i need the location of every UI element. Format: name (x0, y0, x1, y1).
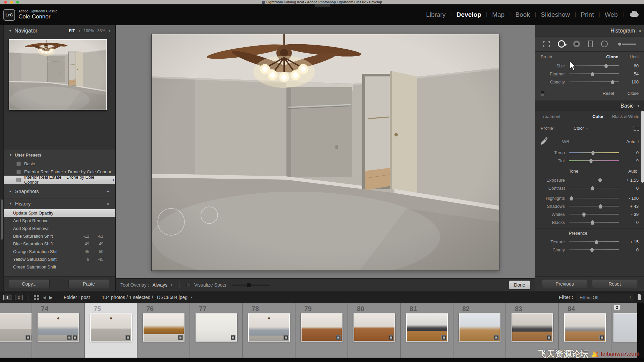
texture-slider[interactable] (569, 239, 619, 244)
zoom-100-option[interactable]: 100% (84, 28, 94, 33)
history-header[interactable]: History × (4, 198, 115, 208)
edit-badge-icon[interactable] (336, 335, 341, 340)
history-item[interactable]: Green Saturation Shift (4, 263, 115, 269)
tool-overlay-stepper-icon[interactable] (171, 284, 173, 286)
filmstrip-cell[interactable]: 76 (138, 303, 190, 358)
preset-item-basic[interactable]: Basic (4, 160, 115, 168)
photo-thumbnail[interactable] (564, 313, 606, 342)
photo-thumbnail[interactable] (301, 313, 342, 342)
tab-slideshow[interactable]: Slideshow (541, 11, 570, 18)
edit-badge-icon[interactable] (125, 335, 130, 340)
edit-badge-icon[interactable] (389, 335, 393, 340)
expand-triangle-icon[interactable] (9, 189, 12, 193)
history-item[interactable]: Blue Saturation Shift-49-49 (4, 240, 115, 248)
opacity-slider[interactable] (569, 79, 619, 84)
collapse-triangle-icon[interactable] (9, 153, 12, 157)
exposure-slider[interactable] (569, 178, 619, 182)
tool-reset-button[interactable]: Reset (603, 91, 614, 96)
basic-panel-header[interactable]: Basic (535, 101, 644, 111)
history-item[interactable]: Blue Saturation Shift-12-61 (4, 232, 115, 240)
blacks-value[interactable]: 0 (621, 220, 639, 225)
previous-photo-arrow-icon[interactable]: ◀ (43, 295, 46, 300)
navigator-header[interactable]: Navigator FIT 100% 33% (0, 25, 115, 37)
user-presets-header[interactable]: User Presets (4, 150, 115, 160)
photo-thumbnail[interactable] (196, 313, 237, 342)
zoom-33-option[interactable]: 33% (97, 28, 105, 33)
edit-badge-icon[interactable] (599, 335, 604, 340)
previous-button[interactable]: Previous (542, 279, 587, 288)
photo-thumbnail[interactable] (512, 313, 553, 342)
grid-view-icon[interactable] (34, 295, 39, 300)
highlights-value[interactable]: - 100 (621, 196, 639, 201)
scrollbar-handle[interactable] (1, 199, 3, 240)
shadows-value[interactable]: + 43 (621, 204, 639, 209)
develop-photo[interactable] (152, 34, 499, 270)
history-item[interactable]: Yellow Saturation Shift8-45 (4, 255, 115, 263)
add-snapshot-button[interactable]: + (106, 188, 109, 194)
blacks-slider[interactable] (569, 220, 619, 225)
radial-filter-tool-icon[interactable] (601, 41, 608, 47)
preset-item-interior-selected[interactable]: Interior Real Estate + Drone by Cole Con… (4, 176, 115, 184)
tab-map[interactable]: Map (492, 11, 504, 18)
clarity-value[interactable]: 0 (621, 247, 639, 252)
history-item[interactable]: Update Spot Opacity (4, 209, 115, 217)
filter-dropdown[interactable]: Filters Off (577, 294, 634, 301)
filmstrip-cell-selected[interactable]: 75 (85, 303, 138, 358)
second-window-button[interactable]: 2 (15, 295, 23, 300)
collapse-triangle-icon[interactable] (638, 29, 641, 33)
highlights-slider[interactable] (569, 196, 619, 200)
tool-close-button[interactable]: Close (628, 91, 639, 96)
photo-thumbnail[interactable] (248, 313, 290, 342)
history-item[interactable]: Add Spot Removal (4, 217, 115, 225)
edit-badge-icon[interactable] (547, 335, 551, 340)
crop-tool-icon[interactable] (543, 41, 550, 47)
tab-develop[interactable]: Develop (457, 11, 481, 18)
stack-count-badge[interactable]: 2 (614, 305, 620, 310)
main-window-button[interactable]: 1 (3, 295, 11, 300)
feather-slider[interactable] (569, 71, 619, 76)
photo-thumbnail[interactable] (459, 313, 500, 342)
temp-value[interactable]: 0 (621, 150, 639, 155)
zoom-fit-option[interactable]: FIT (69, 28, 75, 33)
heal-mode-button[interactable]: Heal (630, 54, 639, 59)
profile-browser-icon[interactable] (634, 126, 639, 131)
spot-removal-tool-icon[interactable] (558, 40, 565, 48)
tool-overlay-select[interactable]: Always (153, 282, 167, 288)
texture-value[interactable]: + 15 (621, 239, 639, 244)
wb-select[interactable]: Auto (626, 139, 639, 144)
collapse-triangle-icon[interactable] (9, 202, 12, 205)
navigator-preview[interactable] (9, 39, 107, 110)
visualize-spots-checkbox[interactable] (186, 283, 191, 287)
selection-info[interactable]: 104 photos / 1 selected / _DSC8684.jpeg (102, 295, 193, 300)
collapse-triangle-icon[interactable] (637, 104, 640, 108)
history-item[interactable]: Orange Saturation Shift-45-50 (4, 248, 115, 255)
right-panel-scrollbar[interactable] (641, 111, 644, 183)
photo-thumbnail[interactable] (613, 313, 637, 342)
clarity-slider[interactable] (569, 247, 619, 252)
photo-thumbnail[interactable] (143, 313, 184, 342)
edit-badge-icon[interactable] (441, 335, 446, 340)
filmstrip-cell[interactable]: 82 (453, 303, 506, 358)
tab-print[interactable]: Print (581, 11, 594, 18)
left-panel-scrollbar[interactable] (0, 25, 4, 291)
whites-value[interactable]: - 39 (621, 212, 639, 217)
filmstrip-cell[interactable]: 81 (401, 303, 453, 358)
photo-thumbnail[interactable] (0, 313, 32, 342)
edit-badge-icon[interactable] (67, 335, 72, 340)
size-value[interactable]: 80 (621, 63, 639, 68)
edit-badge-icon[interactable] (494, 335, 499, 340)
tone-auto-button[interactable]: Auto (628, 169, 637, 174)
edit-badge-icon[interactable] (25, 335, 30, 340)
copy-button[interactable]: Copy... (9, 279, 50, 288)
graduated-filter-tool-icon[interactable] (588, 41, 593, 47)
temp-slider[interactable] (569, 150, 619, 155)
filmstrip-latch[interactable] (638, 294, 641, 300)
treatment-color-button[interactable]: Color (592, 114, 604, 119)
photo-thumbnail[interactable] (354, 313, 395, 342)
tint-slider[interactable] (569, 158, 619, 163)
photo-thumbnail[interactable] (38, 313, 79, 342)
tab-library[interactable]: Library (426, 11, 445, 18)
paste-button[interactable]: Paste (68, 279, 109, 288)
slider-knob[interactable] (247, 283, 251, 287)
filmstrip-cell[interactable]: 80 (348, 303, 401, 358)
